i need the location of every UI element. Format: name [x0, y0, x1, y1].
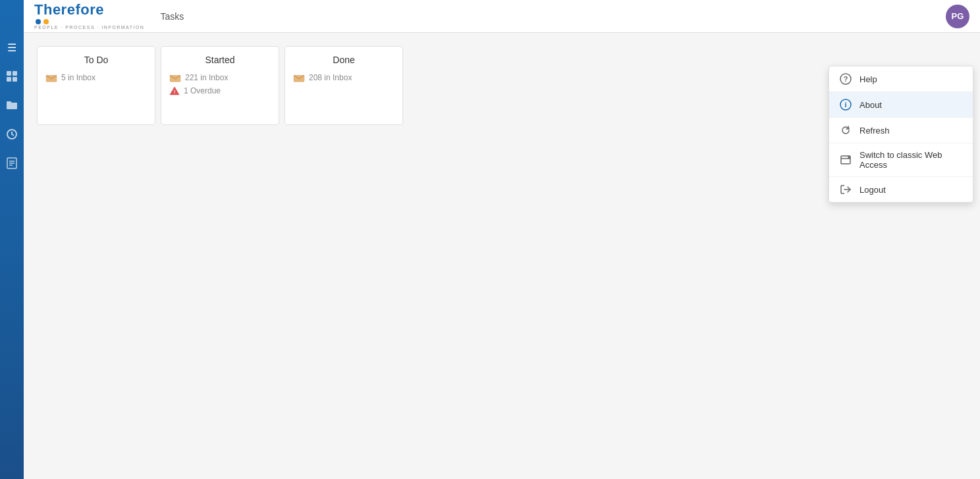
- logo-dot-blue: [36, 19, 41, 24]
- done-column: Done 208 in Inbox: [285, 46, 403, 125]
- logout-label: Logout: [859, 185, 886, 195]
- todo-inbox-text: 5 in Inbox: [61, 73, 95, 82]
- help-circle-icon: ?: [840, 73, 852, 85]
- todo-title: To Do: [45, 55, 147, 65]
- svg-point-20: [848, 157, 850, 158]
- sidebar-folder-icon[interactable]: [4, 97, 20, 113]
- svg-text:i: i: [844, 101, 846, 109]
- svg-text:!: !: [174, 89, 176, 95]
- overdue-icon: !: [169, 86, 180, 95]
- inbox-icon-started: [169, 73, 181, 82]
- about-label: About: [859, 100, 882, 110]
- switch-item[interactable]: Switch to classic Web Access: [829, 143, 973, 177]
- avatar[interactable]: PG: [946, 5, 969, 28]
- started-inbox-text: 221 in Inbox: [185, 73, 228, 82]
- started-column: Started 221 in Inbox ! 1 Overdue: [161, 46, 279, 125]
- info-circle-icon: i: [840, 99, 852, 111]
- done-inbox-item[interactable]: 208 in Inbox: [293, 73, 395, 82]
- switch-label: Switch to classic Web Access: [859, 150, 962, 170]
- logout-item[interactable]: Logout: [829, 177, 973, 202]
- help-item[interactable]: ? Help: [829, 66, 973, 92]
- header-title: Tasks: [160, 11, 184, 22]
- logo-dots: [34, 19, 144, 24]
- help-label: Help: [859, 74, 877, 84]
- refresh-item[interactable]: Refresh: [829, 118, 973, 143]
- switch-icon: [840, 154, 852, 166]
- dropdown-menu: ? Help i About: [829, 66, 973, 203]
- sidebar: ☰: [0, 0, 24, 479]
- svg-rect-3: [13, 77, 17, 82]
- started-title: Started: [169, 55, 271, 65]
- todo-inbox-item[interactable]: 5 in Inbox: [45, 73, 147, 82]
- inbox-icon-todo: [45, 73, 57, 82]
- done-inbox-text: 208 in Inbox: [309, 73, 352, 82]
- about-item[interactable]: i About: [829, 92, 973, 118]
- sidebar-document-icon[interactable]: [4, 155, 20, 171]
- started-inbox-item[interactable]: 221 in Inbox: [169, 73, 271, 82]
- svg-rect-2: [7, 77, 11, 82]
- header: Therefore PEOPLE · PROCESS · INFORMATION…: [24, 0, 980, 33]
- logo-dot-yellow: [43, 19, 49, 24]
- done-title: Done: [293, 55, 395, 65]
- logo-text: Therefore: [34, 3, 144, 17]
- started-overdue-item[interactable]: ! 1 Overdue: [169, 86, 271, 95]
- task-columns: To Do 5 in Inbox Started 22: [37, 46, 967, 125]
- svg-rect-0: [7, 71, 11, 76]
- sidebar-menu-icon[interactable]: ☰: [4, 39, 20, 55]
- content-area: To Do 5 in Inbox Started 22: [24, 33, 980, 479]
- svg-text:?: ?: [844, 75, 848, 83]
- refresh-label: Refresh: [859, 126, 890, 136]
- refresh-icon: [840, 124, 852, 136]
- inbox-icon-done: [293, 73, 305, 82]
- started-overdue-text: 1 Overdue: [184, 86, 221, 95]
- logo-subtitle: PEOPLE · PROCESS · INFORMATION: [34, 25, 144, 30]
- sidebar-grid-icon[interactable]: [4, 68, 20, 84]
- logo: Therefore PEOPLE · PROCESS · INFORMATION: [34, 3, 144, 30]
- sidebar-cycle-icon[interactable]: [4, 126, 20, 142]
- todo-column: To Do 5 in Inbox: [37, 46, 155, 125]
- main-area: Therefore PEOPLE · PROCESS · INFORMATION…: [24, 0, 980, 479]
- logout-icon: [840, 184, 852, 195]
- svg-rect-1: [13, 71, 17, 76]
